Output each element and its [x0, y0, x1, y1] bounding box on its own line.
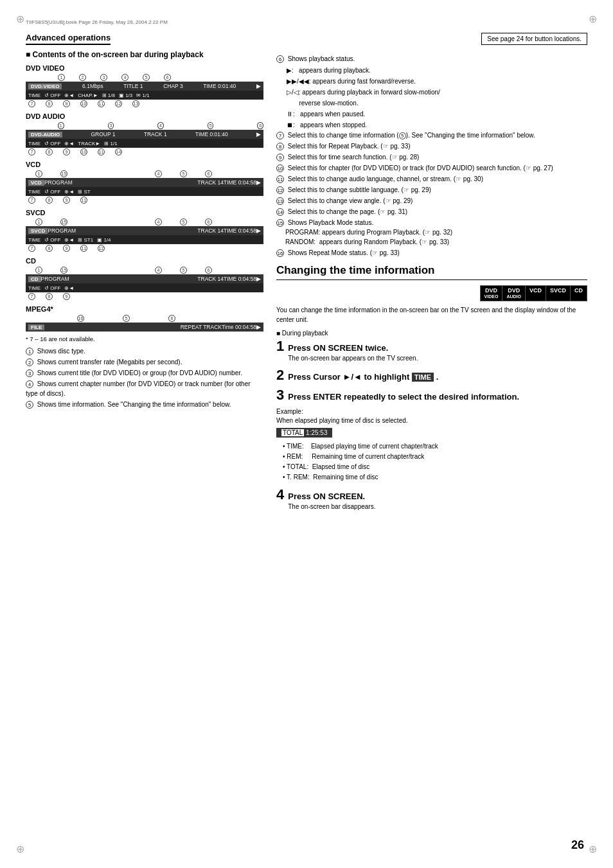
dvd-video-row2-angle: ✉ 1/1 [136, 93, 149, 98]
bullet-time: TIME: Elapsed playing time of current ch… [283, 441, 587, 452]
dvd-audio-group: GROUP 1 [91, 131, 115, 137]
dvd-video-num5: 5 [143, 74, 150, 81]
vcd-time: TIME 0:04:58 [224, 179, 256, 186]
dvd-video-num7: 7 [28, 100, 35, 107]
example-desc: When elapsed playing time of disc is sel… [276, 416, 587, 425]
vcd-badge: VCD [526, 286, 546, 301]
svcd-bar-label: SVCD [28, 228, 48, 234]
left-footnotes: 1 Shows disc type. 2 Shows current trans… [26, 346, 263, 409]
bullet-total: TOTAL: Elapsed time of disc [283, 462, 587, 472]
dvd-audio-badge: DVDAUDIO [502, 286, 526, 301]
dvd-audio-num8: 8 [46, 148, 53, 155]
corner-mark-bl: ⊕ [16, 843, 24, 855]
bullet-rem: REM: Remaining time of current chapter/t… [283, 452, 587, 462]
vcd-row2-time: TIME [28, 189, 40, 195]
dvd-audio-num9: 9 [63, 148, 70, 155]
dvd-audio-label: DVD AUDIO [26, 112, 263, 120]
svcd-bar: 1 15 4 5 6 SVCD PROGRAM TRACK 14 TIME 0:… [26, 218, 263, 252]
play-icon-row: ▶: appears during playback. [287, 65, 587, 76]
disc-badges-container: DVDVIDEO DVDAUDIO VCD SVCD CD [276, 285, 587, 301]
vcd-num4: 4 [155, 170, 162, 177]
step-4-num: 4 [276, 488, 284, 502]
vcd-num1: 1 [35, 170, 42, 177]
corner-mark-tr: ⊕ [589, 13, 597, 25]
dvd-audio-num6: 6 [257, 122, 263, 129]
changing-time-heading: Changing the time information [276, 264, 587, 280]
cd-num5: 5 [180, 267, 187, 274]
dvd-audio-num3: 3 [108, 122, 114, 129]
vcd-row2-repeat: ↺ OFF [44, 189, 60, 195]
cd-num6: 6 [205, 267, 212, 274]
left-column: Contents of the on-screen bar during pla… [26, 50, 263, 517]
mpeg4-time: Time 00:04:58 [222, 324, 256, 330]
dvd-audio-bar-label: DVD-AUDIO [28, 132, 62, 137]
svcd-num5: 5 [180, 218, 187, 226]
time-display: TOTAL 1:25:53 [276, 428, 332, 438]
mpeg4-label: MPEG4* [26, 305, 263, 313]
note-2: 2 Shows current transfer rate (Megabits … [26, 357, 263, 367]
contents-heading: Contents of the on-screen bar during pla… [26, 50, 263, 59]
right-column: 6 Shows playback status. ▶: appears duri… [276, 50, 587, 517]
vcd-program: PROGRAM [44, 179, 73, 186]
svcd-row2-audio: ⊞ ST1 [78, 237, 93, 243]
note-11: 11 Select this to change audio language,… [276, 174, 587, 184]
step-3-content: Press ENTER repeatedly to select the des… [288, 392, 519, 403]
svcd-time: TIME 0:04:58 [224, 227, 256, 234]
corner-mark-tl: ⊕ [16, 13, 24, 25]
vcd-row2-search: ⊕◄ [64, 189, 74, 195]
stop-icon-row: ⏹: appears when stopped. [287, 120, 587, 130]
time-highlight-box: TIME [412, 373, 434, 382]
dvd-audio-num1: 1 [58, 122, 64, 129]
cd-badge: CD [571, 286, 587, 301]
cd-time: TIME 0:04:58 [224, 276, 256, 282]
dvd-video-num4: 4 [121, 74, 129, 81]
vcd-label: VCD [26, 161, 263, 168]
dvd-video-row2-page: ⊞ 1/8 [102, 93, 115, 98]
step-2-content: Press Cursor ►/◄ to highlight TIME . [288, 372, 438, 383]
dvd-audio-row2-search: ⊕◄ [64, 141, 74, 146]
svcd-track: TRACK 14 [197, 227, 224, 234]
step-1-desc: The on-screen bar appears on the TV scre… [288, 354, 418, 363]
vcd-num9: 9 [63, 197, 70, 204]
step-2: 2 Press Cursor ►/◄ to highlight TIME . [276, 368, 587, 383]
step-2-title: Press Cursor ►/◄ to highlight TIME . [288, 372, 438, 383]
vcd-play: ▶ [256, 179, 261, 186]
dvd-video-num13: 13 [132, 100, 139, 107]
mpeg4-bar: 16 5 6 FILE REPEAT TRACK Time 00:04:58 ▶ [26, 315, 263, 332]
dvd-video-bar-label: DVD-VIDEO [28, 84, 62, 89]
cd-num15: 15 [60, 267, 67, 274]
cd-num7: 7 [28, 293, 35, 300]
dvd-video-num9: 9 [63, 100, 70, 107]
step-1-title: Press ON SCREEN twice. [288, 343, 418, 354]
dvd-video-num2: 2 [79, 74, 86, 81]
cd-num4: 4 [155, 267, 162, 274]
dvd-video-num11: 11 [98, 100, 105, 107]
step-3-title: Press ENTER repeatedly to select the des… [288, 392, 519, 403]
note-8: 8 Select this for Repeat Playback. (☞ pg… [276, 141, 587, 151]
vcd-num5: 5 [180, 170, 187, 177]
dvd-video-row2-repeat: ↺ OFF [44, 93, 60, 98]
dvd-audio-num7: 7 [28, 148, 35, 155]
dvd-audio-num11: 11 [98, 148, 105, 155]
vcd-bar-label: VCD [28, 180, 44, 186]
corner-mark-br: ⊕ [589, 843, 597, 855]
mpeg4-num16: 16 [77, 315, 84, 322]
dvd-video-row2-time: TIME [28, 93, 40, 98]
step-4-title: Press ON SCREEN. [288, 492, 375, 502]
note-12: 12 Select this to change subtitle langua… [276, 185, 587, 195]
dvd-audio-num4: 4 [157, 122, 164, 129]
svcd-num15: 15 [60, 218, 67, 226]
main-content: Contents of the on-screen bar during pla… [26, 50, 587, 517]
cd-row2-repeat: ↺ OFF [44, 285, 60, 291]
dvd-video-row2-sub: ▣ 1/3 [119, 93, 132, 98]
step-3-num: 3 [276, 388, 284, 402]
note-9: 9 Select this for time search function. … [276, 152, 587, 162]
step-1-content: Press ON SCREEN twice. The on-screen bar… [288, 343, 418, 363]
vcd-num6: 6 [205, 170, 212, 177]
mpeg4-repeat: REPEAT TRACK [181, 324, 222, 330]
svcd-num6: 6 [205, 218, 212, 226]
header-bar: Advanced operations See page 24 for butt… [26, 33, 587, 45]
svcd-program: PROGRAM [48, 227, 76, 234]
svcd-num9: 9 [63, 245, 70, 252]
step-4-desc: The on-screen bar disappears. [288, 502, 375, 511]
